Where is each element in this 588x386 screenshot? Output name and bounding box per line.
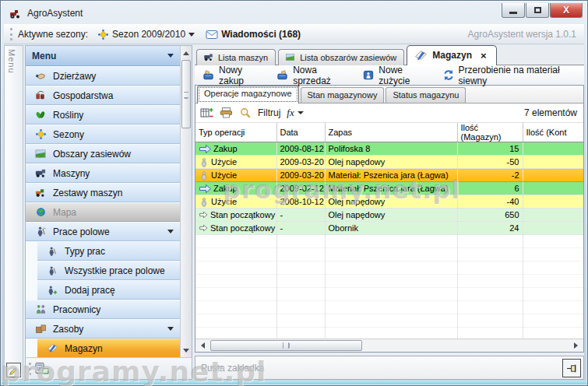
sidebar-item-magazyn[interactable]: Magazyn [37,339,180,357]
col-ilosc-kont[interactable]: Ilość (Kont [523,123,583,142]
cell-date: 2009-08-12 [276,142,325,156]
action-label: Nowa sprzedaż [293,65,351,86]
expand-arrow-icon [167,327,174,331]
cell-qty-kont [523,222,583,235]
sidebar-item-label: Maszyny [53,168,90,179]
sidebar-item-maszyny[interactable]: Maszyny [26,163,180,183]
cell-date: - [276,222,325,235]
warehouse-subtabs: Operacje magazynowe Stan magazynowy Stat… [195,86,583,104]
tractor-icon [9,7,23,19]
sidebar-item-dzierzawy[interactable]: Dzierżawy [26,66,180,86]
map-globe-icon [33,206,48,219]
cell-qty-magazyn: 6 [457,182,523,195]
cell-stock: Olej napędowy [325,156,457,169]
maximize-button[interactable] [526,3,549,18]
main-area: Lista maszyn Lista obszarów zasiewów Mag… [195,45,584,380]
filter-label[interactable]: Filtruj [258,107,280,118]
warehouse-panel: Operacje magazynowe Stan magazynowy Stat… [195,85,584,353]
sidebar-item-wszystkie-prace-polowe[interactable]: Wszystkie prace polowe [37,261,180,280]
menu-scrollbar[interactable] [180,46,192,357]
new-usage-button[interactable]: Nowe zużycie [358,63,435,88]
cell-stock: Olej napędowy [325,209,457,222]
scrollbar-thumb[interactable] [181,60,191,128]
messages-button[interactable]: Wiadomości (168) [206,29,301,40]
table-row[interactable]: Użycie 2009-03-20 Olej napędowy -50 [195,156,583,169]
cell-qty-magazyn: -40 [457,195,523,209]
col-zapas[interactable]: Zapas [325,123,457,142]
pen-tool-button[interactable] [6,363,21,377]
cell-qty-magazyn: 15 [457,142,523,156]
table-row-selected[interactable]: Użycie 2009-03-20 Materiał: Pszenica jar… [195,169,583,182]
sidebar-item-gospodarstwa[interactable]: Gospodarstwa [26,86,180,105]
sidebar-item-zestawy-maszyn[interactable]: Zestawy maszyn [26,183,180,202]
table-row[interactable]: Zakup 2009-08-12 Polifoska 8 15 [195,142,583,156]
cell-qty-magazyn: 650 [457,209,523,222]
sidebar-item-zasoby[interactable]: Zasoby [26,319,180,339]
columns-icon[interactable] [200,107,213,119]
tab-close-icon[interactable]: × [481,50,487,61]
sidebar-item-label: Zasoby [53,324,83,335]
sidebar-item-sezony[interactable]: Sezony [26,125,180,144]
sidebar-item-pracownicy[interactable]: Pracownicy [26,300,180,319]
machines-tab-icon [202,52,214,62]
season-selector[interactable]: Sezon 2009/2010 [94,28,198,41]
close-button[interactable]: X [550,3,583,18]
fx-dropdown-icon [298,111,304,114]
sidebar-item-dodaj-prace[interactable]: Dodaj pracę [37,280,180,300]
cell-date: - [276,209,325,222]
menu-header[interactable]: Menu [26,46,180,66]
fx-button[interactable]: fx [287,107,303,119]
new-sale-button[interactable]: Nowa sprzedaż [272,63,355,88]
app-body: Menu Menu Dzierżawy Gospo [4,45,584,380]
minimize-button[interactable] [502,3,525,18]
season-icon [97,29,109,40]
empty-row [195,301,583,314]
initial-state-icon [199,210,209,219]
cell-qty-magazyn: 24 [457,222,523,235]
scroll-down-icon[interactable] [181,345,191,356]
cell-stock: Materiał: Pszenica jara (Łagwa) [325,169,457,182]
document-tabs: Lista maszyn Lista obszarów zasiewów Mag… [195,45,584,65]
cell-date: 2009-02-12 [276,182,325,195]
col-typ-operacji[interactable]: Typ operacji [195,123,276,142]
subtab-status-magazynu[interactable]: Status magazynu [386,87,466,103]
subtab-stan-magazynowy[interactable]: Stan magazynowy [301,87,385,103]
calculator-icon[interactable] [35,362,49,375]
table-row[interactable]: Użycie 2008-10-12 Olej napędowy -40 [195,195,583,209]
scroll-up-icon[interactable] [181,47,191,58]
tab-magazyn[interactable]: Magazyn × [407,45,496,65]
resources-icon [33,323,48,335]
col-ilosc-magazyn[interactable]: Ilość (Magazyn) [457,123,523,142]
toolbar-grip[interactable] [10,28,12,40]
sidebar-item-mapa[interactable]: Mapa [26,202,180,222]
cell-qty-kont [523,209,583,222]
sidebar-item-obszary-zasiewow[interactable]: Obszary zasiewów [26,144,180,163]
tab-label: Lista maszyn [218,53,268,62]
cell-type: Użycie [211,170,237,180]
col-data[interactable]: Data [276,123,325,142]
sidebar-item-label: Typy prac [65,246,105,257]
sidebar-item-label: Dodaj pracę [65,285,115,296]
expand-arrow-icon [167,230,174,233]
print-icon[interactable] [220,107,233,119]
table-row[interactable]: Stan początkowy - Obornik 24 [195,222,583,235]
seed-processing-button[interactable]: Przerobienie na materiał siewny [438,63,584,88]
tab-lista-maszyn[interactable]: Lista maszyn [196,49,276,65]
menu-side-strip: Menu [4,45,23,380]
subtab-operacje-magazynowe[interactable]: Operacje magazynowe [197,86,299,104]
sidebar-item-prace-polowe[interactable]: Prace polowe [26,222,180,241]
table-row[interactable]: Zakup 2009-02-12 Materiał: Pszenica jara… [195,182,583,195]
pin-button[interactable] [562,359,581,377]
horizontal-scrollbar[interactable] [195,339,583,352]
scrollbar-thumb[interactable] [210,340,362,351]
scroll-right-icon[interactable] [570,340,582,351]
search-icon[interactable] [239,107,252,119]
table-row[interactable]: Stan początkowy - Olej napędowy 650 [195,209,583,222]
pin-icon [566,363,578,374]
scroll-left-icon[interactable] [197,340,209,351]
sidebar-item-typy-prac[interactable]: Typy prac [37,241,180,261]
sidebar-item-rosliny[interactable]: Rośliny [26,105,180,125]
new-purchase-button[interactable]: Nowy zakup [198,63,269,88]
tab-lista-obszarow-zasiewow[interactable]: Lista obszarów zasiewów [278,49,404,65]
plants-icon [33,109,48,121]
